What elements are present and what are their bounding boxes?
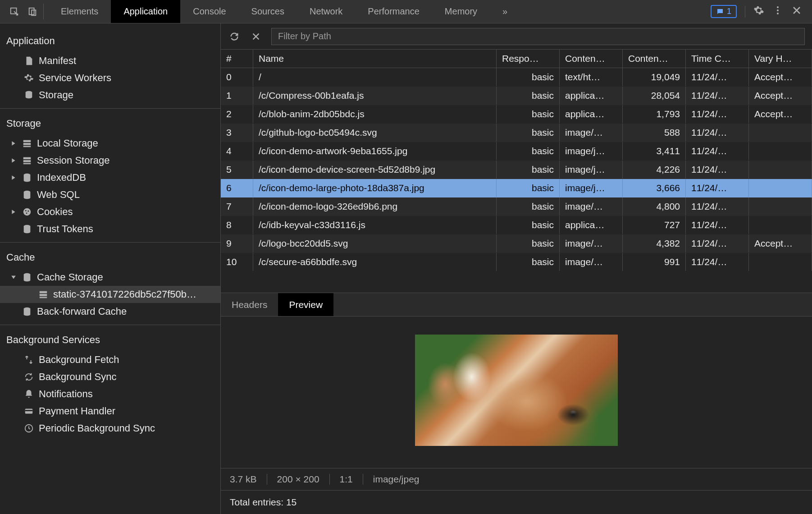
- database-icon: [23, 90, 34, 101]
- table-row[interactable]: 10/c/secure-a66bbdfe.svgbasicimage/…9911…: [221, 253, 812, 271]
- sidebar-item-websql[interactable]: Web SQL: [0, 186, 220, 203]
- table-row[interactable]: 6/c/icon-demo-large-photo-18da387a.jpgba…: [221, 179, 812, 197]
- sidebar-item-label: Periodic Background Sync: [39, 422, 214, 434]
- sidebar-item-label: Session Storage: [37, 155, 214, 166]
- table-row[interactable]: 3/c/github-logo-bc05494c.svgbasicimage/……: [221, 124, 812, 142]
- col-content-type[interactable]: Conten…: [560, 50, 623, 68]
- gear-icon[interactable]: [753, 5, 764, 18]
- cell-name: /c/github-logo-bc05494c.svg: [253, 124, 497, 142]
- sidebar-item-bg-fetch[interactable]: Background Fetch: [0, 351, 220, 368]
- cell-ctype: text/ht…: [560, 68, 623, 86]
- cell-name: /c/idb-keyval-c33d3116.js: [253, 216, 497, 234]
- tab-memory[interactable]: Memory: [432, 0, 490, 23]
- sidebar-item-trust-tokens[interactable]: Trust Tokens: [0, 220, 220, 238]
- clear-icon[interactable]: [250, 30, 262, 43]
- col-time[interactable]: Time C…: [686, 50, 749, 68]
- cell-resp: basic: [497, 105, 560, 123]
- cell-vary: Accept…: [749, 105, 812, 123]
- sidebar-item-bfcache[interactable]: Back-forward Cache: [0, 303, 220, 320]
- sidebar-item-cache-entry[interactable]: static-3741017226db5c27f50b…: [0, 286, 220, 303]
- sidebar-item-session-storage[interactable]: Session Storage: [0, 152, 220, 169]
- sidebar-item-periodic-sync[interactable]: Periodic Background Sync: [0, 420, 220, 437]
- cell-vary: [749, 253, 812, 271]
- sidebar-item-storage-overview[interactable]: Storage: [0, 87, 220, 104]
- svg-rect-10: [23, 157, 31, 160]
- inspect-icon[interactable]: [8, 5, 21, 18]
- cell-clen: 4,382: [623, 234, 686, 252]
- sidebar-item-bg-sync[interactable]: Background Sync: [0, 368, 220, 386]
- bell-icon: [23, 389, 34, 399]
- table-row[interactable]: 9/c/logo-bcc20dd5.svgbasicimage/…4,38211…: [221, 234, 812, 253]
- tab-headers[interactable]: Headers: [221, 293, 278, 316]
- refresh-icon[interactable]: [228, 30, 241, 43]
- preview-mime: image/jpeg: [363, 474, 429, 485]
- kebab-icon[interactable]: [772, 5, 783, 18]
- tab-sources[interactable]: Sources: [239, 0, 297, 23]
- col-content-length[interactable]: Conten…: [623, 50, 686, 68]
- table-row[interactable]: 2/c/blob-anim-2db05bdc.jsbasicapplica…1,…: [221, 105, 812, 124]
- table-row[interactable]: 4/c/icon-demo-artwork-9eba1655.jpgbasici…: [221, 142, 812, 161]
- table-row[interactable]: 8/c/idb-keyval-c33d3116.jsbasicapplica…7…: [221, 216, 812, 234]
- filter-input[interactable]: [271, 28, 805, 45]
- col-index[interactable]: #: [221, 50, 253, 68]
- tab-more[interactable]: »: [490, 0, 520, 23]
- svg-point-18: [26, 212, 27, 214]
- cell-ctype: image/j…: [560, 142, 623, 160]
- col-name[interactable]: Name: [253, 50, 497, 68]
- sidebar-item-cache-storage[interactable]: Cache Storage: [0, 269, 220, 286]
- cell-name: /c/logo-bcc20dd5.svg: [253, 234, 497, 252]
- table-row[interactable]: 7/c/icon-demo-logo-326ed9b6.pngbasicimag…: [221, 197, 812, 216]
- tab-console[interactable]: Console: [180, 0, 238, 23]
- chevron-right-icon: [11, 175, 17, 180]
- sidebar-item-cookies[interactable]: Cookies: [0, 203, 220, 220]
- sidebar-item-service-workers[interactable]: Service Workers: [0, 69, 220, 87]
- section-application: Application: [0, 26, 220, 52]
- cell-vary: [749, 161, 812, 179]
- table-icon: [22, 138, 32, 149]
- tab-network[interactable]: Network: [297, 0, 355, 23]
- tab-elements[interactable]: Elements: [48, 0, 111, 23]
- table-icon: [22, 155, 32, 166]
- cell-idx: 10: [221, 253, 253, 271]
- cell-clen: 3,666: [623, 179, 686, 197]
- table-row[interactable]: 0/basictext/ht…19,04911/24/…Accept…: [221, 68, 812, 87]
- cell-vary: Accept…: [749, 234, 812, 252]
- sidebar-item-local-storage[interactable]: Local Storage: [0, 135, 220, 152]
- cell-resp: basic: [497, 253, 560, 271]
- close-icon[interactable]: [791, 5, 802, 18]
- table-row[interactable]: 1/c/Compress-00b1eafa.jsbasicapplica…28,…: [221, 87, 812, 105]
- sidebar-item-label: Storage: [39, 89, 214, 101]
- tab-preview[interactable]: Preview: [278, 293, 333, 316]
- cell-ctype: image/j…: [560, 161, 623, 179]
- chevron-right-icon: [11, 209, 17, 215]
- sidebar-item-payment[interactable]: Payment Handler: [0, 403, 220, 420]
- device-toggle-icon[interactable]: [26, 5, 39, 18]
- cell-vary: [749, 142, 812, 160]
- col-vary[interactable]: Vary H…: [749, 50, 812, 68]
- sidebar-item-label: static-3741017226db5c27f50b…: [53, 289, 214, 300]
- issues-badge[interactable]: 1: [711, 5, 737, 18]
- col-response[interactable]: Respo…: [497, 50, 560, 68]
- cell-vary: [749, 216, 812, 234]
- table-row[interactable]: 5/c/icon-demo-device-screen-5d52d8b9.jpg…: [221, 161, 812, 179]
- sidebar-item-notifications[interactable]: Notifications: [0, 386, 220, 403]
- cell-vary: [749, 124, 812, 142]
- cell-time: 11/24/…: [686, 179, 749, 197]
- sidebar-item-manifest[interactable]: Manifest: [0, 52, 220, 69]
- tab-application[interactable]: Application: [111, 0, 180, 23]
- cell-resp: basic: [497, 124, 560, 142]
- svg-rect-23: [40, 297, 47, 298]
- document-icon: [23, 55, 34, 66]
- svg-rect-11: [23, 160, 31, 162]
- sidebar-item-label: Cookies: [37, 206, 214, 218]
- sidebar-item-label: IndexedDB: [37, 172, 214, 184]
- cell-time: 11/24/…: [686, 253, 749, 271]
- sidebar-item-indexeddb[interactable]: IndexedDB: [0, 169, 220, 186]
- card-icon: [23, 406, 34, 417]
- cell-idx: 2: [221, 105, 253, 123]
- svg-rect-9: [23, 146, 31, 147]
- fetch-icon: [23, 354, 34, 365]
- svg-point-3: [777, 6, 779, 8]
- sidebar-item-label: Manifest: [39, 55, 214, 67]
- tab-performance[interactable]: Performance: [355, 0, 432, 23]
